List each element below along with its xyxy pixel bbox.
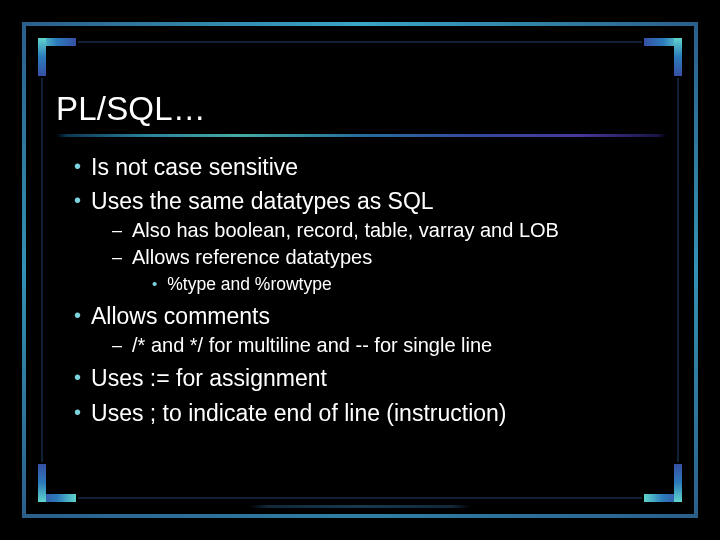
list-item-text: /* and */ for multiline and -- for singl… (132, 332, 660, 360)
bullet-dot-icon: • (74, 152, 81, 181)
bullet-dot-icon: • (74, 186, 81, 215)
bullet-dash-icon: – (112, 217, 122, 244)
list-item-text: Uses := for assignment (91, 363, 660, 393)
list-item-text: Allows reference datatypes (132, 244, 660, 272)
list-item: • %type and %rowtype (54, 272, 660, 297)
bullet-dash-icon: – (112, 244, 122, 271)
bullet-list: • Is not case sensitive • Uses the same … (54, 152, 660, 428)
list-item: – /* and */ for multiline and -- for sin… (54, 332, 660, 360)
list-item-text: %type and %rowtype (167, 272, 660, 297)
list-item: • Uses the same datatypes as SQL (54, 186, 660, 216)
bullet-dot-icon: • (74, 363, 81, 392)
list-item-text: Is not case sensitive (91, 152, 660, 182)
bullet-dot-icon: • (74, 301, 81, 330)
bullet-dot-icon: • (74, 398, 81, 427)
bullet-dash-icon: – (112, 332, 122, 359)
list-item-text: Also has boolean, record, table, varray … (132, 217, 660, 245)
title-underline (54, 134, 660, 138)
list-item: • Uses ; to indicate end of line (instru… (54, 398, 660, 428)
slide: PL/SQL… • Is not case sensitive • Uses t… (0, 0, 720, 540)
slide-title: PL/SQL… (56, 90, 660, 128)
list-item: • Uses := for assignment (54, 363, 660, 393)
list-item-text: Uses the same datatypes as SQL (91, 186, 660, 216)
list-item: • Is not case sensitive (54, 152, 660, 182)
list-item-text: Uses ; to indicate end of line (instruct… (91, 398, 660, 428)
list-item: • Allows comments (54, 301, 660, 331)
content-area: PL/SQL… • Is not case sensitive • Uses t… (54, 90, 660, 428)
footer-rule (250, 505, 470, 508)
list-item-text: Allows comments (91, 301, 660, 331)
list-item: – Also has boolean, record, table, varra… (54, 217, 660, 245)
bullet-dot-icon: • (152, 272, 157, 297)
list-item: – Allows reference datatypes (54, 244, 660, 272)
